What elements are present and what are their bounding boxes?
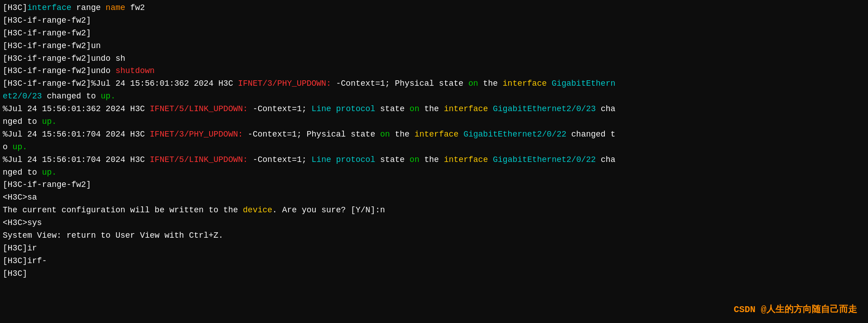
terminal-line: [H3C] <box>3 268 865 280</box>
terminal-line: [H3C-if-range-fw2]undo shutdown <box>3 65 865 78</box>
terminal-content: [H3C]interface range name fw2[H3C-if-ran… <box>3 2 865 280</box>
terminal-line: The current configuration will be writte… <box>3 204 865 217</box>
terminal-line: %Jul 24 15:56:01:704 2024 H3C IFNET/3/PH… <box>3 128 865 141</box>
terminal-line: [H3C-if-range-fw2] <box>3 15 865 27</box>
terminal-line: [H3C-if-range-fw2]%Jul 24 15:56:01:362 2… <box>3 78 865 90</box>
watermark: CSDN @人生的方向随自己而走 <box>734 303 857 317</box>
terminal-line: %Jul 24 15:56:01:704 2024 H3C IFNET/5/LI… <box>3 154 865 166</box>
terminal-line: [H3C]irf- <box>3 255 865 268</box>
terminal-line: nged to up. <box>3 116 865 128</box>
terminal-line: <H3C>sys <box>3 217 865 230</box>
terminal-line: %Jul 24 15:56:01:362 2024 H3C IFNET/5/LI… <box>3 103 865 116</box>
terminal-line: [H3C-if-range-fw2] <box>3 179 865 191</box>
terminal-line: o up. <box>3 141 865 154</box>
terminal-line: et2/0/23 changed to up. <box>3 90 865 103</box>
terminal-line: [H3C]interface range name fw2 <box>3 2 865 15</box>
terminal-line: <H3C>sa <box>3 191 865 204</box>
terminal-line: [H3C-if-range-fw2] <box>3 27 865 40</box>
terminal-line: nged to up. <box>3 166 865 179</box>
terminal-line: System View: return to User View with Ct… <box>3 230 865 242</box>
terminal-line: [H3C]ir <box>3 242 865 255</box>
terminal-line: [H3C-if-range-fw2]undo sh <box>3 53 865 65</box>
terminal-window: [H3C]interface range name fw2[H3C-if-ran… <box>3 2 865 323</box>
terminal-line: [H3C-if-range-fw2]un <box>3 40 865 53</box>
